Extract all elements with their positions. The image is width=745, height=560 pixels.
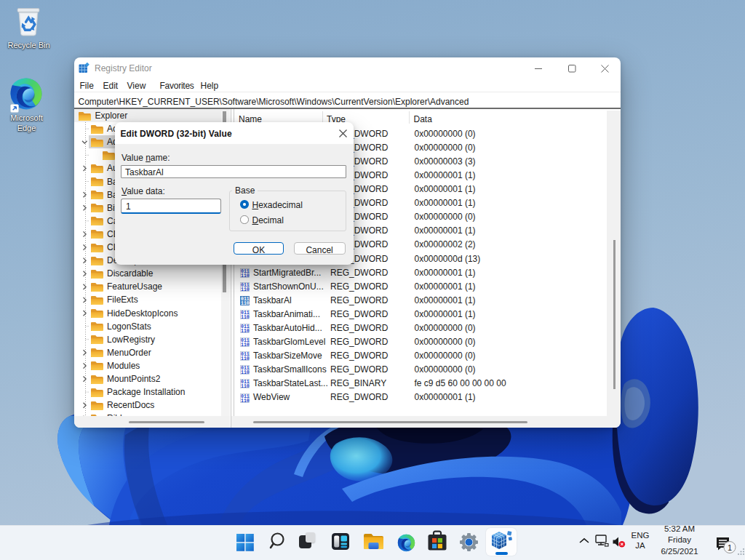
svg-text:110: 110 [241,273,250,278]
svg-text:110: 110 [241,384,250,388]
svg-text:110: 110 [241,399,250,403]
svg-text:110: 110 [241,315,250,319]
svg-text:110: 110 [241,329,250,333]
svg-text:110: 110 [241,343,250,347]
svg-text:110: 110 [241,356,250,361]
svg-text:110: 110 [241,370,250,375]
svg-text:1: 1 [728,543,732,551]
svg-text:110: 110 [241,287,250,292]
svg-text:110: 110 [241,301,250,305]
